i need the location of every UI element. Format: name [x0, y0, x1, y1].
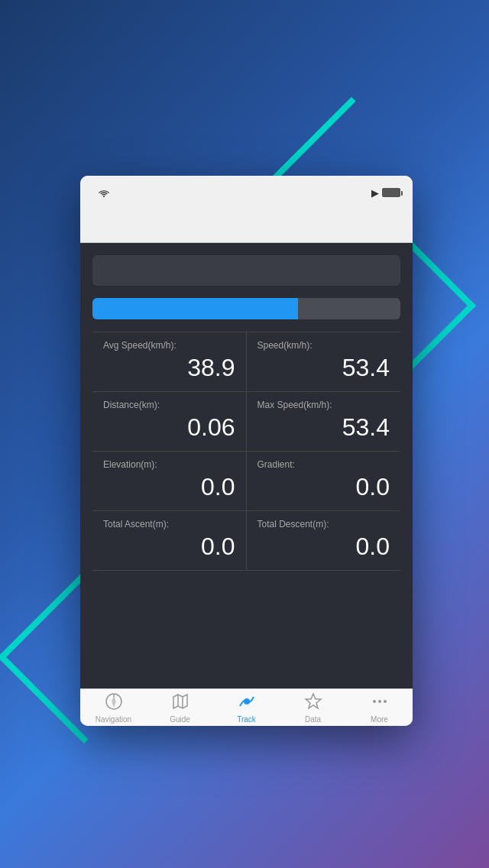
svg-marker-2 [112, 697, 115, 706]
stats-grid: Avg Speed(km/h): 38.9 Speed(km/h): 53.4 … [92, 332, 400, 571]
tab-bar: NavigationGuideTrackDataMore [80, 688, 413, 726]
tab-item-track[interactable]: Track [213, 689, 280, 726]
tab-label-guide: Guide [170, 715, 190, 724]
status-bar: ▶ [80, 176, 413, 209]
svg-point-10 [384, 700, 387, 703]
stat-cell-5: Gradient: 0.0 [247, 452, 401, 511]
tab-label-navigation: Navigation [96, 715, 131, 724]
svg-point-0 [103, 196, 105, 197]
tab-item-navigation[interactable]: Navigation [80, 689, 147, 726]
stat-cell-1: Speed(km/h): 53.4 [247, 332, 401, 392]
stat-value-1: 53.4 [257, 354, 390, 382]
stat-cell-6: Total Ascent(m): 0.0 [92, 511, 247, 571]
pause-button[interactable] [195, 298, 297, 319]
reset-button[interactable] [92, 298, 195, 319]
status-right: ▶ [371, 187, 400, 199]
stat-value-5: 0.0 [257, 473, 390, 501]
track-icon [238, 692, 256, 714]
tab-item-data[interactable]: Data [280, 689, 346, 726]
stat-label-5: Gradient: [257, 459, 390, 470]
stat-value-4: 0.0 [103, 473, 235, 501]
stat-label-0: Avg Speed(km/h): [103, 340, 235, 351]
tab-item-more[interactable]: More [346, 689, 413, 726]
svg-point-6 [244, 699, 249, 704]
tab-item-guide[interactable]: Guide [147, 689, 213, 726]
svg-point-9 [378, 700, 381, 703]
stat-value-0: 38.9 [103, 354, 235, 382]
stat-label-6: Total Ascent(m): [103, 519, 235, 530]
tab-label-track: Track [237, 715, 256, 724]
signal-bars: ▶ [371, 187, 379, 199]
svg-point-8 [373, 700, 376, 703]
save-button[interactable] [298, 298, 400, 319]
stat-label-4: Elevation(m): [103, 459, 235, 470]
stat-value-3: 53.4 [257, 413, 390, 442]
stat-value-6: 0.0 [103, 533, 235, 561]
wifi-icon [99, 189, 109, 197]
stat-cell-4: Elevation(m): 0.0 [92, 452, 247, 511]
stat-value-2: 0.06 [103, 413, 235, 442]
map-icon [171, 692, 189, 714]
stat-label-2: Distance(km): [103, 400, 235, 410]
stat-cell-3: Max Speed(km/h): 53.4 [247, 392, 401, 452]
stat-label-3: Max Speed(km/h): [257, 400, 390, 410]
main-content: Avg Speed(km/h): 38.9 Speed(km/h): 53.4 … [80, 243, 413, 688]
stat-value-7: 0.0 [257, 533, 390, 561]
control-buttons [92, 298, 400, 319]
stat-label-1: Speed(km/h): [257, 340, 390, 351]
nav-bar [80, 209, 413, 243]
svg-marker-7 [306, 694, 321, 708]
stat-label-7: Total Descent(m): [257, 519, 390, 530]
battery-icon [382, 188, 400, 197]
compass-icon [105, 692, 123, 714]
stat-cell-0: Avg Speed(km/h): 38.9 [92, 332, 247, 392]
timer-display [92, 255, 400, 286]
tab-label-data: Data [305, 715, 321, 724]
stat-cell-7: Total Descent(m): 0.0 [247, 511, 401, 571]
phone-frame: ▶ Avg Speed(km/h): 38.9 Speed(km/h): 53.… [80, 176, 413, 726]
star-icon [304, 692, 322, 714]
stat-cell-2: Distance(km): 0.06 [92, 392, 247, 452]
tab-label-more: More [371, 715, 388, 724]
more-icon [371, 692, 389, 714]
